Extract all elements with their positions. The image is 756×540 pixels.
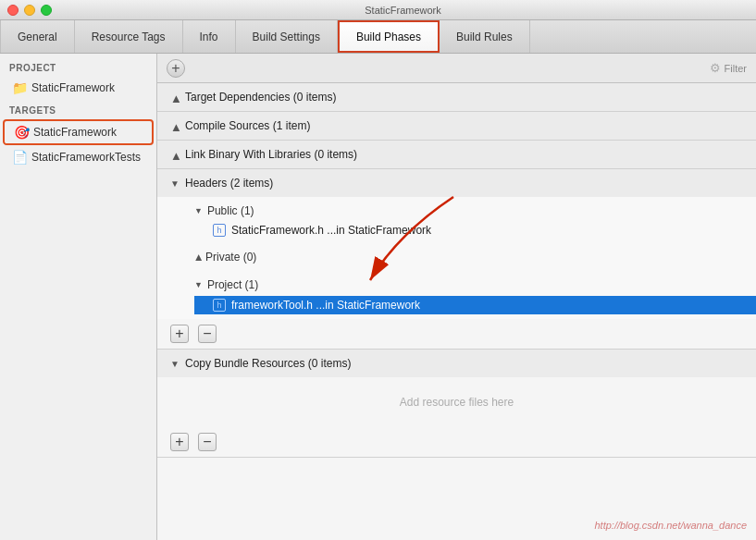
header-file-icon: h: [213, 224, 226, 237]
phase-headers: ▼ Headers (2 items) ▼ Public (1) h Stati…: [157, 169, 756, 350]
chevron-private: ▶: [193, 254, 203, 261]
headers-add-button[interactable]: +: [170, 325, 189, 343]
tab-build-rules[interactable]: Build Rules: [440, 20, 530, 53]
chevron-copy-bundle: ▼: [170, 359, 180, 369]
maximize-button[interactable]: [41, 5, 52, 16]
copy-bundle-remove-button[interactable]: −: [198, 433, 217, 451]
headers-bottom-toolbar: + −: [157, 319, 756, 349]
tab-build-settings[interactable]: Build Settings: [236, 20, 338, 53]
sidebar-item-static-framework-tests[interactable]: 📄 StaticFrameworkTests: [3, 146, 154, 168]
headers-remove-button[interactable]: −: [198, 325, 217, 343]
add-phase-button[interactable]: +: [167, 59, 185, 78]
subsection-private-header[interactable]: ▶ Private (0): [194, 247, 756, 267]
phase-copy-bundle: ▼ Copy Bundle Resources (0 items) Add re…: [157, 350, 756, 458]
tab-info[interactable]: Info: [183, 20, 236, 53]
chevron-project: ▼: [194, 280, 203, 289]
main-area: PROJECT 📁 StaticFramework TARGETS 🎯 Stat…: [0, 54, 756, 540]
subsection-private: ▶ Private (0): [157, 243, 756, 271]
chevron-compile-sources: ▶: [170, 121, 180, 130]
private-label: Private (0): [205, 251, 256, 264]
phase-compile-sources-label: Compile Sources (1 item): [185, 119, 310, 132]
filter-area: ⚙ Filter: [710, 61, 747, 75]
title-bar: StaticFramework: [0, 0, 756, 20]
content-area: + ⚙ Filter ▶ Target Dependencies (0 item…: [157, 54, 756, 540]
phase-target-dependencies-label: Target Dependencies (0 items): [185, 91, 336, 104]
subsection-project-header[interactable]: ▼ Project (1): [194, 275, 756, 295]
phase-target-dependencies-header[interactable]: ▶ Target Dependencies (0 items): [157, 83, 756, 111]
chevron-target-deps: ▶: [170, 92, 180, 102]
filter-icon: ⚙: [710, 61, 721, 75]
chevron-headers: ▼: [170, 178, 180, 189]
copy-bundle-add-button[interactable]: +: [170, 433, 189, 451]
phase-headers-label: Headers (2 items): [185, 177, 273, 190]
target-label: StaticFramework: [33, 126, 117, 139]
target-icon: 🎯: [14, 125, 29, 140]
project-label: StaticFramework: [31, 81, 115, 94]
content-toolbar: + ⚙ Filter: [157, 54, 756, 83]
content-scroll[interactable]: ▶ Target Dependencies (0 items) ▶ Compil…: [157, 83, 756, 540]
phase-link-binary-label: Link Binary With Libraries (0 items): [185, 148, 357, 161]
phase-copy-bundle-label: Copy Bundle Resources (0 items): [185, 357, 351, 370]
chevron-link-binary: ▶: [170, 150, 180, 159]
phase-compile-sources: ▶ Compile Sources (1 item): [157, 112, 756, 141]
project-section-header: PROJECT: [0, 57, 156, 76]
watermark: http://blog.csdn.net/wanna_dance: [594, 520, 747, 531]
sidebar-item-project[interactable]: 📁 StaticFramework: [3, 77, 154, 99]
sidebar-item-static-framework[interactable]: 🎯 StaticFramework: [3, 119, 154, 145]
targets-section-header: TARGETS: [0, 100, 156, 118]
minimize-button[interactable]: [24, 5, 35, 16]
file-row-frameworktool-h[interactable]: h frameworkTool.h ...in StaticFramework: [194, 296, 756, 314]
subsection-public: ▼ Public (1) h StaticFramework.h ...in S…: [157, 197, 756, 243]
tab-general[interactable]: General: [0, 20, 75, 53]
sidebar: PROJECT 📁 StaticFramework TARGETS 🎯 Stat…: [0, 54, 157, 540]
subsection-project: ▼ Project (1) h frameworkTool.h ...in St…: [157, 271, 756, 319]
phase-target-dependencies: ▶ Target Dependencies (0 items): [157, 83, 756, 112]
close-button[interactable]: [7, 5, 19, 16]
phase-compile-sources-header[interactable]: ▶ Compile Sources (1 item): [157, 112, 756, 140]
file-row-staticframework-h[interactable]: h StaticFramework.h ...in StaticFramewor…: [194, 221, 756, 239]
project-subsection-label: Project (1): [207, 278, 258, 291]
phase-link-binary: ▶ Link Binary With Libraries (0 items): [157, 141, 756, 169]
subsection-public-header[interactable]: ▼ Public (1): [194, 201, 756, 221]
tests-label: StaticFrameworkTests: [31, 151, 141, 164]
phase-link-binary-header[interactable]: ▶ Link Binary With Libraries (0 items): [157, 141, 756, 168]
copy-bundle-empty-area: Add resource files here: [157, 377, 756, 427]
tab-build-phases[interactable]: Build Phases: [338, 20, 440, 53]
tab-resource-tags[interactable]: Resource Tags: [75, 20, 183, 53]
file-name-frameworktool-h: frameworkTool.h ...in StaticFramework: [231, 299, 420, 312]
phase-copy-bundle-header[interactable]: ▼ Copy Bundle Resources (0 items): [157, 350, 756, 377]
chevron-public: ▼: [194, 206, 203, 215]
copy-bundle-bottom-toolbar: + −: [157, 427, 756, 457]
file-icon: 📄: [12, 150, 27, 165]
phase-headers-header[interactable]: ▼ Headers (2 items): [157, 169, 756, 197]
copy-bundle-empty-text: Add resource files here: [400, 396, 514, 409]
file-name-staticframework-h: StaticFramework.h ...in StaticFramework: [231, 224, 431, 237]
tab-bar: General Resource Tags Info Build Setting…: [0, 20, 756, 54]
project-icon: 📁: [12, 80, 27, 95]
public-label: Public (1): [207, 204, 254, 217]
window-title: StaticFramework: [57, 5, 749, 16]
filter-label: Filter: [725, 63, 747, 74]
header-file-icon-fw: h: [213, 299, 226, 312]
